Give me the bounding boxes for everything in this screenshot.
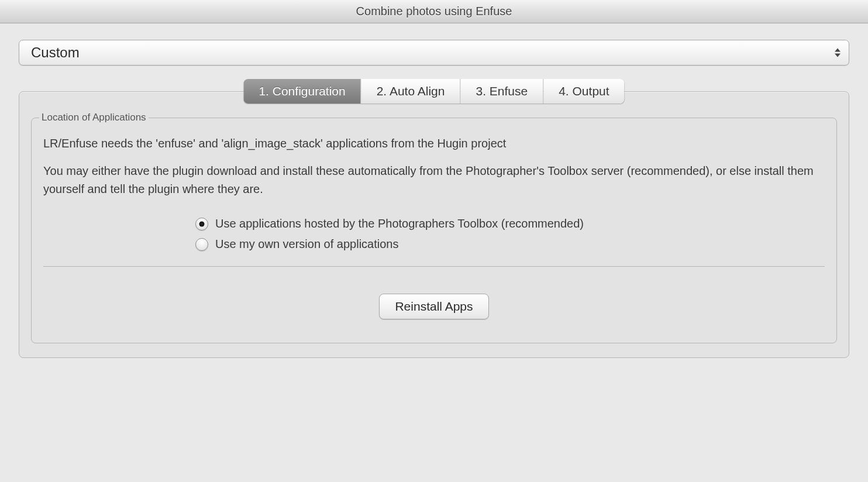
- radio-hosted-apps[interactable]: Use applications hosted by the Photograp…: [195, 217, 825, 230]
- tab-label: 3. Enfuse: [476, 84, 528, 98]
- tab-label: 1. Configuration: [259, 84, 345, 98]
- radio-button-icon: [195, 238, 208, 251]
- tab-auto-align[interactable]: 2. Auto Align: [361, 79, 461, 104]
- dropdown-arrows-icon: [835, 49, 841, 57]
- tab-group: 1. Configuration 2. Auto Align 3. Enfuse…: [19, 91, 849, 358]
- tab-label: 4. Output: [559, 84, 609, 98]
- tab-bar: 1. Configuration 2. Auto Align 3. Enfuse…: [243, 79, 624, 104]
- radio-own-apps[interactable]: Use my own version of applications: [195, 237, 825, 251]
- window-title: Combine photos using Enfuse: [356, 5, 512, 18]
- tab-output[interactable]: 4. Output: [543, 79, 624, 104]
- info-paragraph-2: You may either have the plugin download …: [43, 162, 825, 198]
- tab-enfuse[interactable]: 3. Enfuse: [460, 79, 543, 104]
- location-of-applications-fieldset: Location of Applications LR/Enfuse needs…: [31, 118, 837, 343]
- window-titlebar: Combine photos using Enfuse: [0, 0, 868, 23]
- preset-dropdown[interactable]: Custom: [19, 40, 849, 66]
- radio-label: Use my own version of applications: [215, 237, 398, 251]
- tab-label: 2. Auto Align: [377, 84, 445, 98]
- fieldset-legend: Location of Applications: [39, 112, 149, 123]
- fieldset-body: LR/Enfuse needs the 'enfuse' and 'align_…: [31, 118, 837, 343]
- tab-configuration[interactable]: 1. Configuration: [243, 79, 361, 104]
- divider: [43, 266, 825, 267]
- reinstall-apps-button[interactable]: Reinstall Apps: [379, 294, 488, 319]
- radio-button-icon: [195, 218, 208, 230]
- info-paragraph-1: LR/Enfuse needs the 'enfuse' and 'align_…: [43, 135, 825, 153]
- tab-content-configuration: Location of Applications LR/Enfuse needs…: [19, 91, 849, 358]
- preset-dropdown-value: Custom: [31, 44, 80, 61]
- window-body: Custom 1. Configuration 2. Auto Align 3.…: [0, 23, 868, 358]
- radio-label: Use applications hosted by the Photograp…: [215, 217, 584, 230]
- button-row: Reinstall Apps: [43, 294, 825, 319]
